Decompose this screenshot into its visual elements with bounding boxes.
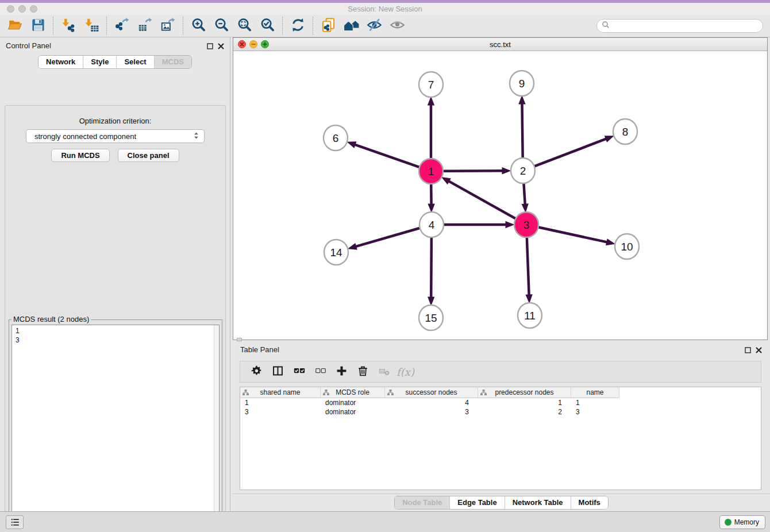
add-row-button[interactable] [331, 363, 352, 381]
graph-node-8[interactable]: 8 [613, 119, 637, 144]
refresh-button[interactable] [286, 16, 309, 36]
cell-name[interactable]: 3 [571, 407, 619, 417]
result-line: 1 [16, 326, 210, 336]
column-header-name[interactable]: name [571, 387, 619, 398]
table-tab-node-table[interactable]: Node Table [395, 496, 449, 509]
zoom-out-button[interactable] [210, 16, 233, 36]
column-header-successor-nodes[interactable]: successor nodes [385, 387, 478, 398]
graph-node-10[interactable]: 10 [615, 234, 639, 259]
function-builder-icon: f(x) [396, 366, 414, 378]
graph-edge-3-11[interactable] [527, 237, 529, 296]
toolbar-separator [282, 17, 283, 35]
graph-node-3[interactable]: 3 [514, 212, 538, 237]
graph-node-2[interactable]: 2 [511, 158, 535, 183]
graph-node-15[interactable]: 15 [419, 305, 443, 330]
graph-node-14[interactable]: 14 [324, 240, 348, 265]
split-columns-button[interactable] [267, 363, 288, 381]
search-field[interactable] [596, 19, 763, 33]
cell-predecessor-nodes[interactable]: 2 [478, 407, 571, 417]
tab-style[interactable]: Style [83, 56, 116, 68]
zoom-selected-button[interactable] [256, 16, 279, 36]
task-history-button[interactable] [6, 515, 24, 529]
mcds-result-textarea[interactable]: 13 [11, 325, 220, 532]
graph-edge-3-10[interactable] [538, 228, 608, 242]
graph-node-9[interactable]: 9 [510, 71, 534, 96]
pane-divider-handle[interactable] [237, 338, 242, 341]
cell-shared-name[interactable]: 3 [240, 407, 321, 417]
table-tab-motifs[interactable]: Motifs [571, 496, 608, 509]
graph-node-1[interactable]: 1 [419, 159, 443, 184]
graph-node-11[interactable]: 11 [518, 303, 542, 328]
open-button[interactable] [3, 16, 26, 36]
graph-edge-1-6[interactable] [354, 144, 419, 167]
cell-successor-nodes[interactable]: 3 [385, 407, 478, 417]
graph-edge-2-9[interactable] [522, 102, 522, 158]
search-input[interactable] [613, 21, 763, 31]
graph-node-6[interactable]: 6 [324, 125, 348, 151]
select-all-checkboxes-button[interactable] [288, 363, 310, 381]
table-panel-title: Table Panel [240, 345, 279, 354]
export-image-button[interactable] [156, 16, 179, 36]
column-header-predecessor-nodes[interactable]: predecessor nodes [478, 387, 571, 398]
zoom-fit-button[interactable] [233, 16, 256, 36]
cell-successor-nodes[interactable]: 4 [385, 398, 478, 407]
graph-edge-arrowhead [346, 141, 356, 148]
gear-button[interactable] [246, 363, 267, 381]
run-mcds-button[interactable]: Run MCDS [51, 149, 109, 162]
toolbar-button-groups [3, 15, 409, 37]
column-header-label: successor nodes [385, 388, 478, 396]
table-row[interactable]: 1dominator411 [240, 398, 761, 407]
network-graph[interactable]: 7968124314101511 [234, 51, 767, 338]
mcds-result-title: MCDS result (2 nodes) [11, 315, 91, 323]
table-row[interactable]: 3dominator323 [240, 407, 761, 417]
hide-selected-button[interactable] [363, 16, 386, 36]
graph-edge-3-1[interactable] [448, 180, 515, 218]
optimization-criterion-dropdown[interactable]: strongly connected component [26, 129, 205, 143]
cell-mcds-role[interactable]: dominator [321, 398, 385, 407]
result-line: 3 [16, 336, 210, 345]
graph-edge-2-3[interactable] [523, 183, 525, 205]
svg-text:6: 6 [333, 132, 339, 144]
graph-edge-4-15[interactable] [431, 237, 432, 298]
close-table-panel-icon[interactable] [756, 345, 762, 356]
deselect-checkboxes-button[interactable] [310, 363, 331, 381]
delete-row-button[interactable] [352, 363, 374, 381]
cell-mcds-role[interactable]: dominator [321, 407, 385, 417]
zoom-in-button[interactable] [187, 16, 210, 36]
show-all-button[interactable] [386, 16, 409, 36]
tab-select[interactable]: Select [116, 56, 153, 68]
home-button[interactable] [340, 16, 363, 36]
export-table-icon [137, 17, 153, 35]
graph-edge-1-2[interactable] [443, 171, 503, 171]
close-panel-icon[interactable] [218, 41, 224, 52]
table-header-row: shared nameMCDS rolesuccessor nodesprede… [240, 387, 761, 398]
export-network-icon [114, 17, 130, 35]
column-header-shared-name[interactable]: shared name [240, 387, 321, 398]
import-table-button[interactable] [80, 16, 103, 36]
export-table-button[interactable] [133, 16, 156, 36]
mcds-result-scrollbar[interactable] [214, 325, 219, 531]
cell-shared-name[interactable]: 1 [240, 398, 321, 407]
table-tab-network-table[interactable]: Network Table [505, 496, 571, 509]
float-panel-icon[interactable] [207, 41, 213, 52]
column-header-mcds-role[interactable]: MCDS role [321, 387, 385, 398]
save-button[interactable] [26, 16, 49, 36]
copy-network-button[interactable] [317, 16, 340, 36]
tab-mcds[interactable]: MCDS [154, 56, 191, 68]
graph-node-7[interactable]: 7 [419, 72, 443, 97]
float-table-panel-icon[interactable] [745, 345, 751, 356]
close-panel-button[interactable]: Close panel [118, 149, 179, 162]
graph-node-4[interactable]: 4 [419, 212, 444, 237]
graph-edge-4-14[interactable] [355, 228, 419, 247]
cell-predecessor-nodes[interactable]: 1 [478, 398, 571, 407]
network-canvas[interactable]: 7968124314101511 [233, 51, 767, 340]
graph-edge-2-8[interactable] [534, 138, 607, 166]
tab-network[interactable]: Network [38, 56, 83, 68]
cell-name[interactable]: 1 [571, 398, 619, 407]
table-tab-edge-table[interactable]: Edge Table [449, 496, 504, 509]
import-network-button[interactable] [57, 16, 80, 36]
network-window-titlebar[interactable]: scc.txt [233, 38, 767, 51]
memory-status-dot [725, 519, 732, 526]
export-network-button[interactable] [110, 16, 133, 36]
memory-button[interactable]: Memory [719, 515, 765, 529]
